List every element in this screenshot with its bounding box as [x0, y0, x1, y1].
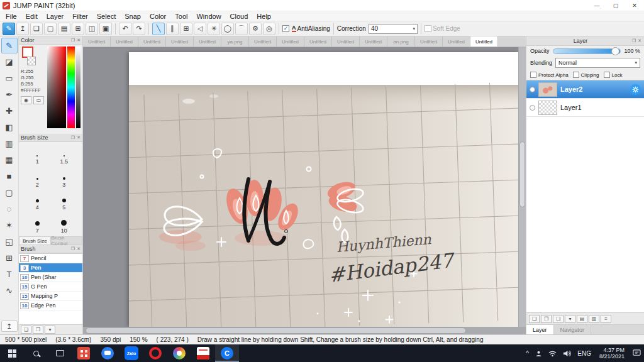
taskbar-app-messenger[interactable] [96, 344, 119, 362]
horizontal-scrollbar-handle[interactable] [86, 327, 466, 334]
merge-layer-button[interactable]: ❑ [553, 315, 564, 323]
brush-size-option[interactable]: 4 [24, 189, 51, 211]
menu-snap[interactable]: Snap [120, 13, 145, 20]
transparent-color-swatch[interactable] [27, 57, 36, 65]
tool-grid[interactable]: ⊞ [1, 250, 18, 266]
tab-navigator[interactable]: Navigator [554, 325, 592, 334]
tray-clock[interactable]: 4:37 PM 8/21/2021 [594, 347, 630, 360]
grid-toggle-button[interactable]: ⊞ [72, 23, 84, 35]
export-button[interactable]: ↥ [16, 23, 29, 35]
start-button[interactable] [0, 344, 24, 362]
soft-edge-checkbox[interactable] [425, 25, 431, 32]
color-mode-button[interactable]: ◉ [21, 96, 31, 104]
brush-size-option[interactable]: 3 [51, 167, 78, 188]
snap-line-button[interactable]: ╲ [152, 23, 165, 35]
layer-more-button[interactable]: ▾ [565, 315, 575, 323]
doc-tab[interactable]: Untitled [83, 36, 111, 47]
menu-layer[interactable]: Layer [42, 13, 69, 20]
canvas[interactable]: HuynhThienn #Hoidap247 [129, 52, 518, 327]
menu-filter[interactable]: Filter [68, 13, 92, 20]
brush-item-pen[interactable]: 3Pen [19, 263, 82, 273]
task-view-button[interactable] [48, 344, 72, 362]
doc-tab[interactable]: Untitled [304, 36, 332, 47]
delete-layer-button[interactable]: ▥ [589, 315, 599, 323]
taskbar-app-zalo[interactable]: Zalo [119, 344, 143, 362]
tool-gradient[interactable]: ▥ [1, 136, 18, 151]
taskbar-app-photos[interactable] [72, 344, 96, 362]
tray-volume-button[interactable] [560, 344, 574, 362]
close-icon[interactable]: ✕ [77, 38, 80, 43]
menu-select[interactable]: Select [92, 13, 121, 20]
doc-tab[interactable]: Untitled [277, 36, 304, 47]
close-icon[interactable]: ✕ [77, 135, 80, 140]
tab-layer[interactable]: Layer [526, 325, 554, 334]
undo-button[interactable]: ↶ [119, 23, 131, 35]
tool-brush[interactable]: ✎ [1, 38, 18, 53]
tool-curve[interactable]: ∿ [1, 283, 18, 299]
tool-marquee[interactable]: ▢ [1, 185, 18, 200]
protect-alpha-checkbox[interactable] [530, 72, 536, 78]
snap-parallel-button[interactable]: ∥ [166, 23, 179, 35]
doc-tab[interactable]: Untitled [332, 36, 360, 47]
redo-button[interactable]: ↷ [133, 23, 145, 35]
tab-brush-control[interactable]: Brush Control [51, 236, 83, 245]
brush-size-option[interactable]: 7 [24, 212, 51, 234]
tray-user-button[interactable] [532, 344, 545, 362]
grayscale-slider[interactable] [76, 47, 80, 128]
tool-stamp[interactable]: ▦ [1, 152, 18, 168]
tray-language-button[interactable]: ENG [574, 344, 594, 362]
clipping-checkbox[interactable] [573, 72, 579, 78]
visibility-dot[interactable] [530, 87, 535, 92]
layer-row-layer2[interactable]: Layer2 [526, 80, 644, 99]
doc-tab[interactable]: Untitled [360, 36, 387, 47]
layer-folder-button[interactable]: ▤ [577, 315, 587, 323]
close-icon[interactable]: ✕ [77, 246, 80, 251]
minimize-button[interactable]: — [587, 0, 606, 11]
doc-tab[interactable]: Untitled [111, 36, 138, 47]
action-center-button[interactable] [630, 344, 644, 362]
doc-tab-an-png[interactable]: an.png [387, 36, 415, 47]
add-brush-button[interactable]: ❏ [21, 326, 31, 334]
duplicate-layer-button[interactable]: ❐ [541, 315, 552, 323]
edit-brush-button[interactable]: ❐ [33, 326, 43, 334]
snap-curve-button[interactable]: ⌒ [235, 23, 248, 35]
brush-item-pen-sharp[interactable]: 10Pen (Shar [19, 273, 82, 282]
add-layer-button[interactable]: ❏ [529, 315, 540, 323]
tool-bucket[interactable]: ◧ [1, 119, 18, 135]
layer-settings-button[interactable] [630, 84, 641, 95]
collapse-panel-button[interactable]: ↥ [1, 321, 18, 332]
tray-expand-button[interactable]: ^ [523, 344, 532, 362]
doc-tab[interactable]: Untitled [194, 36, 221, 47]
doc-tab-ya-png[interactable]: ya.png [221, 36, 249, 47]
menu-help[interactable]: Help [252, 13, 275, 20]
menu-file[interactable]: File [1, 13, 21, 20]
snap-cross-button[interactable]: ⊞ [180, 23, 192, 35]
brush-menu-button[interactable]: ▾ [45, 326, 55, 334]
tool-transform[interactable]: ◱ [1, 234, 18, 250]
tool-shape[interactable]: ■ [1, 168, 18, 184]
taskbar-app-opera[interactable] [143, 344, 167, 362]
brush-size-option[interactable]: 1 [24, 143, 51, 165]
brush-size-option[interactable]: 10 [51, 212, 78, 234]
snap-off-button[interactable]: ◎ [263, 23, 275, 35]
close-button[interactable]: ✕ [625, 0, 644, 11]
tool-magic-wand[interactable]: ✶ [1, 217, 18, 233]
hue-slider[interactable] [67, 47, 75, 128]
popout-icon[interactable]: ❐ [71, 38, 75, 43]
menu-color[interactable]: Color [145, 13, 170, 20]
tool-pen[interactable]: ✒ [1, 87, 18, 102]
correction-select[interactable]: 40 ▾ [369, 24, 418, 34]
popout-icon[interactable]: ❐ [71, 246, 75, 251]
brush-size-option[interactable]: 5 [51, 189, 78, 211]
popout-icon[interactable]: ❐ [71, 135, 75, 140]
layer-row-layer1[interactable]: Layer1 [526, 99, 644, 117]
lock-checkbox[interactable] [604, 72, 610, 78]
vertical-scrollbar[interactable] [518, 47, 526, 327]
tool-text[interactable]: T [1, 266, 18, 282]
brush-item-mapping-pen[interactable]: 15Mapping P [19, 292, 82, 301]
brush-item-g-pen[interactable]: 15G Pen [19, 282, 82, 292]
menu-tool[interactable]: Tool [170, 13, 192, 20]
menu-edit[interactable]: Edit [21, 13, 42, 20]
doc-tab[interactable]: Untitled [415, 36, 443, 47]
comment-button[interactable]: ❏ [30, 23, 43, 35]
